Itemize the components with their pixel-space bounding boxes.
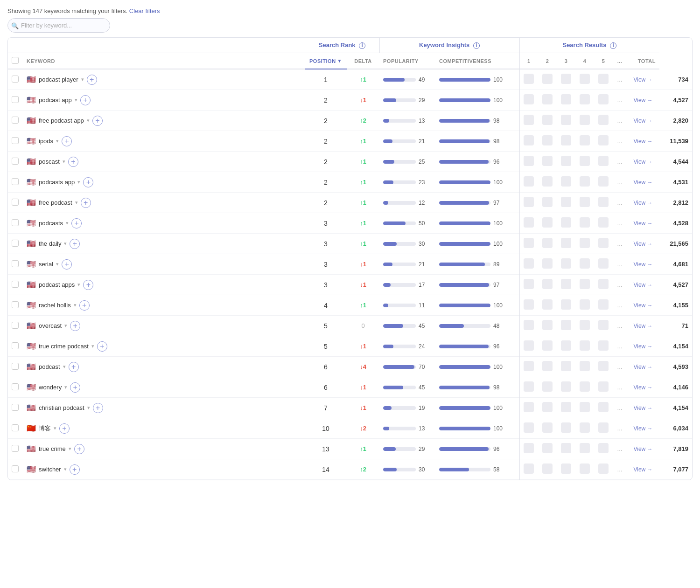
- view-link[interactable]: View →: [633, 302, 652, 309]
- view-link[interactable]: View →: [633, 364, 652, 370]
- row-checkbox[interactable]: [12, 96, 19, 103]
- search-rank-info-icon[interactable]: i: [359, 42, 365, 49]
- keyword-dropdown-icon[interactable]: ▾: [56, 261, 59, 267]
- sr-cell-2: [538, 275, 557, 295]
- add-keyword-button[interactable]: +: [92, 116, 103, 126]
- add-keyword-button[interactable]: +: [70, 321, 80, 331]
- add-keyword-button[interactable]: +: [83, 177, 93, 187]
- view-link[interactable]: View →: [633, 220, 652, 227]
- view-link[interactable]: View →: [633, 405, 652, 411]
- search-results-info-icon[interactable]: i: [610, 42, 616, 49]
- add-keyword-button[interactable]: +: [69, 362, 79, 372]
- keyword-dropdown-icon[interactable]: ▾: [75, 200, 78, 206]
- row-checkbox[interactable]: [12, 281, 19, 288]
- add-keyword-button[interactable]: +: [83, 280, 93, 290]
- add-keyword-button[interactable]: +: [79, 300, 90, 311]
- row-checkbox[interactable]: [12, 383, 19, 390]
- keyword-dropdown-icon[interactable]: ▾: [54, 425, 56, 431]
- view-link[interactable]: View →: [633, 200, 652, 206]
- row-checkbox[interactable]: [12, 117, 19, 124]
- search-result-box: [542, 443, 553, 453]
- th-position[interactable]: POSITION ▼: [305, 53, 347, 69]
- row-checkbox[interactable]: [12, 76, 19, 83]
- view-link[interactable]: View →: [633, 76, 652, 83]
- add-keyword-button[interactable]: +: [93, 403, 103, 413]
- view-link[interactable]: View →: [633, 425, 652, 432]
- row-checkbox[interactable]: [12, 404, 19, 411]
- view-link[interactable]: View →: [633, 282, 652, 288]
- keyword-dropdown-icon[interactable]: ▾: [87, 405, 90, 411]
- row-checkbox[interactable]: [12, 465, 19, 472]
- view-link[interactable]: View →: [633, 446, 652, 452]
- add-keyword-button[interactable]: +: [80, 95, 91, 105]
- keyword-search-input[interactable]: [7, 18, 110, 33]
- keyword-dropdown-icon[interactable]: ▾: [74, 302, 77, 308]
- add-keyword-button[interactable]: +: [62, 136, 72, 146]
- keyword-dropdown-icon[interactable]: ▾: [69, 446, 71, 452]
- keyword-dropdown-icon[interactable]: ▾: [64, 323, 67, 329]
- view-cell: View →: [627, 213, 659, 234]
- row-checkbox[interactable]: [12, 219, 19, 226]
- keyword-dropdown-icon[interactable]: ▾: [91, 343, 94, 349]
- row-checkbox[interactable]: [12, 240, 19, 247]
- add-keyword-button[interactable]: +: [62, 259, 72, 270]
- keyword-dropdown-icon[interactable]: ▾: [77, 282, 80, 288]
- add-keyword-button[interactable]: +: [70, 239, 80, 249]
- add-keyword-button[interactable]: +: [81, 198, 91, 208]
- keyword-dropdown-icon[interactable]: ▾: [87, 118, 90, 124]
- position-value: 5: [324, 343, 328, 350]
- keyword-dropdown-icon[interactable]: ▾: [63, 159, 65, 165]
- view-link[interactable]: View →: [633, 97, 652, 104]
- add-keyword-button[interactable]: +: [87, 75, 97, 85]
- view-link[interactable]: View →: [633, 323, 652, 329]
- th-popularity: POPULARITY: [379, 53, 435, 69]
- keyword-dropdown-icon[interactable]: ▾: [66, 220, 69, 226]
- select-all-checkbox[interactable]: [12, 57, 19, 64]
- sr-cell-2: [538, 418, 557, 439]
- position-value: 2: [324, 97, 328, 104]
- sr-cell-1: [519, 234, 538, 254]
- row-checkbox[interactable]: [12, 424, 19, 431]
- add-keyword-button[interactable]: +: [68, 157, 78, 167]
- add-keyword-button[interactable]: +: [74, 444, 84, 454]
- keyword-dropdown-icon[interactable]: ▾: [56, 138, 59, 144]
- total-cell: 21,565: [659, 234, 692, 254]
- keyword-dropdown-icon[interactable]: ▾: [63, 364, 66, 370]
- add-keyword-button[interactable]: +: [59, 423, 70, 434]
- view-link[interactable]: View →: [633, 118, 652, 124]
- view-link[interactable]: View →: [633, 466, 652, 473]
- row-checkbox[interactable]: [12, 158, 19, 165]
- row-checkbox[interactable]: [12, 363, 19, 370]
- row-checkbox[interactable]: [12, 260, 19, 267]
- row-checkbox[interactable]: [12, 301, 19, 308]
- row-checkbox[interactable]: [12, 178, 19, 185]
- row-checkbox[interactable]: [12, 137, 19, 144]
- keyword-dropdown-icon[interactable]: ▾: [64, 384, 67, 390]
- keyword-dropdown-icon[interactable]: ▾: [77, 179, 80, 185]
- keyword-dropdown-icon[interactable]: ▾: [64, 241, 67, 247]
- keyword-dropdown-icon[interactable]: ▾: [64, 466, 67, 472]
- row-checkbox[interactable]: [12, 445, 19, 452]
- row-checkbox[interactable]: [12, 342, 19, 349]
- view-link[interactable]: View →: [633, 241, 652, 247]
- view-link[interactable]: View →: [633, 179, 652, 186]
- add-keyword-button[interactable]: +: [97, 341, 107, 352]
- keyword-dropdown-icon[interactable]: ▾: [81, 76, 84, 83]
- add-keyword-button[interactable]: +: [70, 464, 80, 475]
- search-result-box: [598, 197, 609, 207]
- add-keyword-button[interactable]: +: [70, 382, 80, 393]
- view-link[interactable]: View →: [633, 384, 652, 391]
- clear-filters-link[interactable]: Clear filters: [129, 7, 160, 14]
- view-link[interactable]: View →: [633, 159, 652, 165]
- popularity-cell: 29: [379, 90, 435, 111]
- view-cell: View →: [627, 69, 659, 90]
- row-checkbox[interactable]: [12, 322, 19, 329]
- view-link[interactable]: View →: [633, 261, 652, 268]
- keyword-insights-info-icon[interactable]: i: [473, 42, 480, 49]
- position-value: 6: [324, 384, 328, 391]
- add-keyword-button[interactable]: +: [71, 218, 82, 228]
- view-link[interactable]: View →: [633, 138, 652, 145]
- row-checkbox[interactable]: [12, 199, 19, 206]
- keyword-dropdown-icon[interactable]: ▾: [75, 97, 77, 103]
- view-link[interactable]: View →: [633, 343, 652, 350]
